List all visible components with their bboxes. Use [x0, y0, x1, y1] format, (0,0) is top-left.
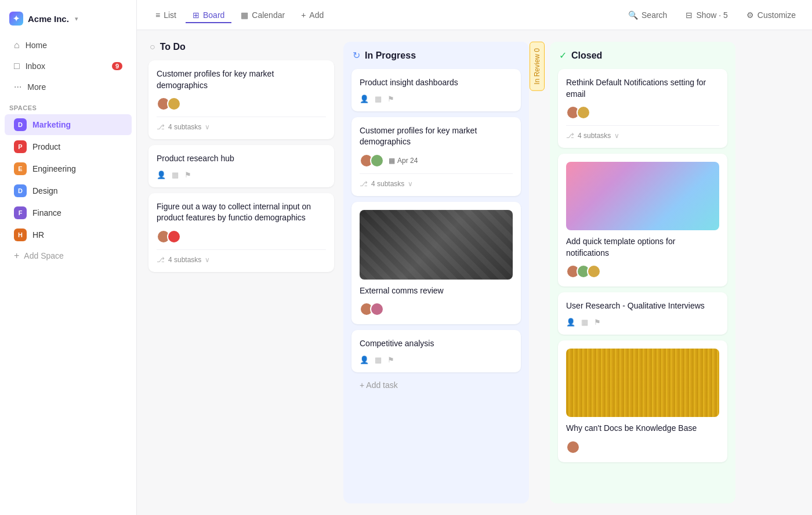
product-label: Product	[32, 142, 60, 151]
sidebar-item-hr[interactable]: H HR	[5, 224, 132, 245]
card-cl2[interactable]: Add quick template options for notificat…	[558, 154, 727, 286]
inprogress-cards: Product insight dashboards 👤 ▦ ⚑ Custome…	[351, 69, 521, 372]
avatar	[587, 264, 601, 278]
column-inprogress: ↻ In Progress Product insight dashboards…	[343, 42, 529, 503]
add-tab-icon: +	[301, 10, 306, 20]
calendar-icon: ▦	[241, 10, 248, 20]
card-todo3[interactable]: Figure out a way to collect internal inp…	[148, 193, 334, 272]
inbox-icon: □	[14, 61, 20, 71]
card-cl4-image	[566, 349, 719, 417]
card-ip3-avatars	[360, 302, 513, 316]
card-todo1[interactable]: Customer profiles for key market demogra…	[148, 60, 334, 139]
show-button[interactable]: ⊟ Show · 5	[681, 8, 732, 22]
sidebar-item-marketing[interactable]: D Marketing	[5, 114, 132, 135]
nav-home[interactable]: ⌂ Home	[5, 35, 132, 55]
card-cl4[interactable]: Why can't Docs be Knowledge Base	[558, 340, 727, 462]
board-area: ○ To Do Customer profiles for key market…	[137, 30, 812, 515]
card-todo3-title: Figure out a way to collect internal inp…	[157, 201, 326, 224]
subtask-count: 4 subtasks	[168, 123, 201, 131]
card-ip4-title: Competitive analysis	[360, 338, 513, 350]
subtask-icon: ⎇	[157, 123, 165, 131]
nav-more[interactable]: ··· More	[5, 77, 132, 97]
subtask-count: 4 subtasks	[168, 256, 201, 264]
card-cl1-avatars	[566, 106, 719, 119]
sidebar-item-finance[interactable]: F Finance	[5, 202, 132, 223]
assignee-icon: 👤	[360, 356, 369, 364]
list-icon: ≡	[155, 10, 160, 20]
app-chevron-icon: ▾	[75, 15, 78, 23]
column-todo-header: ○ To Do	[148, 42, 334, 52]
date-value: Apr 24	[397, 157, 418, 165]
tab-board[interactable]: ⊞ Board	[186, 7, 231, 23]
todo-cards: Customer profiles for key market demogra…	[148, 60, 334, 272]
card-cl1-title: Rethink Default Notifications setting fo…	[566, 77, 719, 100]
column-closed: ✓ Closed Rethink Default Notifications s…	[550, 42, 735, 503]
finance-dot: F	[14, 206, 27, 219]
card-ip1-title: Product insight dashboards	[360, 77, 513, 89]
column-todo-title: To Do	[160, 42, 186, 52]
sidebar-item-design[interactable]: D Design	[5, 180, 132, 201]
engineering-label: Engineering	[32, 164, 76, 173]
card-ip2-avatars	[360, 154, 384, 168]
card-ip2-date: ▦ Apr 24	[389, 157, 418, 165]
tab-add[interactable]: + Add	[294, 7, 331, 23]
date-cal-icon: ▦	[389, 157, 395, 165]
flag-icon: ⚑	[387, 356, 394, 364]
main-content: ≡ List ⊞ Board ▦ Calendar + Add 🔍 Search…	[137, 0, 812, 515]
assignee-icon: 👤	[566, 318, 575, 327]
card-todo3-avatars	[157, 230, 326, 244]
card-ip2[interactable]: Customer profiles for key market demogra…	[351, 117, 521, 196]
tab-calendar[interactable]: ▦ Calendar	[234, 7, 292, 23]
card-todo2[interactable]: Product research hub 👤 ▦ ⚑	[148, 145, 334, 187]
add-space-button[interactable]: + Add Space	[5, 246, 132, 265]
nav-home-label: Home	[26, 41, 47, 50]
inprogress-status-icon: ↻	[353, 50, 360, 61]
subtask-icon: ⎇	[566, 132, 574, 140]
card-cl4-title: Why can't Docs be Knowledge Base	[566, 423, 719, 434]
subtask-chevron: ∨	[205, 256, 210, 264]
card-ip3[interactable]: External comms review	[351, 202, 521, 325]
assignee-icon: 👤	[157, 171, 166, 179]
card-todo2-title: Product research hub	[157, 153, 326, 165]
spaces-label: Spaces	[0, 97, 136, 114]
subtask-chevron: ∨	[614, 132, 619, 140]
home-icon: ⌂	[14, 40, 20, 50]
assignee-icon: 👤	[360, 95, 369, 103]
customize-button[interactable]: ⚙ Customize	[742, 8, 800, 22]
app-logo[interactable]: ✦ Acme Inc. ▾	[0, 7, 136, 35]
search-icon: 🔍	[628, 10, 638, 20]
avatar	[566, 440, 580, 454]
card-cl2-title: Add quick template options for notificat…	[566, 236, 719, 259]
card-ip3-title: External comms review	[360, 285, 513, 297]
tab-list-label: List	[164, 10, 176, 20]
nav-inbox-label: Inbox	[26, 61, 45, 71]
add-task-button[interactable]: + Add task	[351, 375, 521, 396]
card-todo1-avatars	[157, 97, 326, 111]
search-button[interactable]: 🔍 Search	[624, 8, 672, 22]
tab-list[interactable]: ≡ List	[148, 7, 183, 23]
card-todo3-subtasks: ⎇ 4 subtasks ∨	[157, 249, 326, 264]
card-todo1-subtasks: ⎇ 4 subtasks ∨	[157, 117, 326, 131]
card-cl2-avatars	[566, 264, 719, 278]
finance-label: Finance	[32, 208, 61, 217]
card-cl3[interactable]: User Research - Qualitative Interviews 👤…	[558, 292, 727, 335]
tab-add-label: Add	[309, 10, 324, 20]
sidebar-item-product[interactable]: P Product	[5, 136, 132, 157]
sidebar-item-engineering[interactable]: E Engineering	[5, 158, 132, 179]
card-ip1[interactable]: Product insight dashboards 👤 ▦ ⚑	[351, 69, 521, 111]
in-review-label[interactable]: In Review 0	[530, 42, 545, 91]
add-task-label: + Add task	[360, 380, 398, 390]
subtask-count: 4 subtasks	[371, 180, 404, 188]
inbox-badge: 9	[112, 62, 122, 70]
more-icon: ···	[14, 82, 21, 92]
add-space-plus: +	[14, 251, 19, 261]
add-space-label: Add Space	[24, 251, 64, 260]
marketing-dot: D	[14, 118, 27, 131]
card-todo2-meta: 👤 ▦ ⚑	[157, 171, 326, 179]
design-dot: D	[14, 184, 27, 197]
card-cl1[interactable]: Rethink Default Notifications setting fo…	[558, 69, 727, 148]
card-cl2-image	[566, 162, 719, 230]
card-ip4[interactable]: Competitive analysis 👤 ▦ ⚑	[351, 330, 521, 372]
nav-inbox[interactable]: □ Inbox 9	[5, 56, 132, 76]
hr-label: HR	[32, 230, 44, 240]
